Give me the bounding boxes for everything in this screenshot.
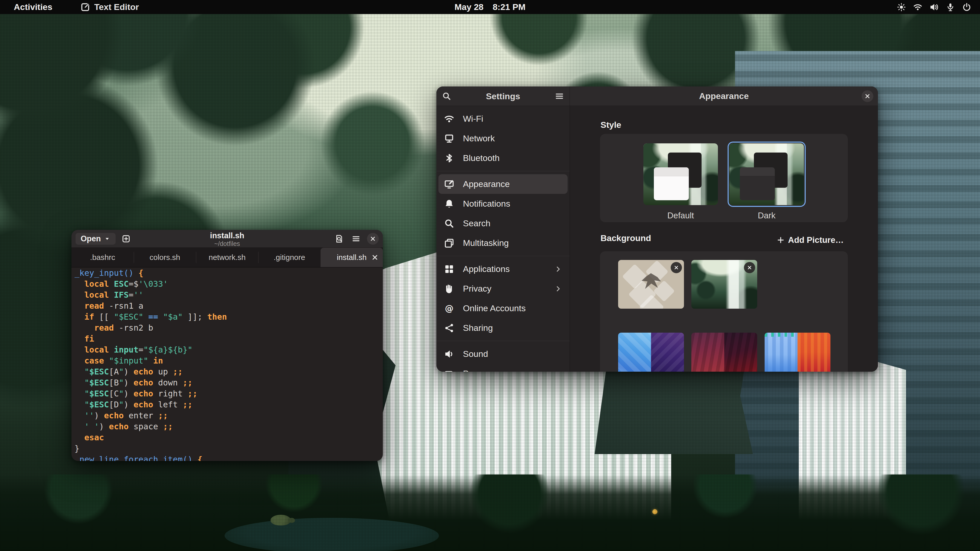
code-token: $ESC xyxy=(89,378,109,387)
code-token: if xyxy=(84,312,94,322)
style-option-default[interactable]: Default xyxy=(643,143,718,221)
wallpaper-light-half xyxy=(691,333,724,372)
code-token: [B xyxy=(109,378,119,387)
close-icon xyxy=(673,265,679,270)
wallpaper-thumbnail[interactable] xyxy=(618,333,684,372)
add-picture-button[interactable]: Add Picture… xyxy=(773,233,847,247)
sidebar-item-applications[interactable]: Applications xyxy=(438,259,568,279)
sidebar-item-sound[interactable]: Sound xyxy=(438,344,568,364)
tab-close-button[interactable] xyxy=(371,254,379,261)
wallpaper-dark-half xyxy=(651,333,684,372)
code-token: ;; xyxy=(158,411,168,421)
chevron-right-icon xyxy=(554,265,562,273)
wallpaper-thumbnail[interactable] xyxy=(765,333,830,372)
close-button[interactable] xyxy=(367,233,379,245)
sidebar-headerbar: Settings xyxy=(436,86,570,106)
appearance-icon xyxy=(444,179,454,189)
style-option-dark[interactable]: Dark xyxy=(729,143,804,221)
close-icon xyxy=(747,265,752,270)
sidebar-item-sharing[interactable]: Sharing xyxy=(438,318,568,338)
code-token xyxy=(75,334,84,344)
open-button[interactable]: Open xyxy=(76,233,116,245)
tab-colors.sh[interactable]: colors.sh xyxy=(134,248,196,267)
code-text-view[interactable]: _key_input() { local ESC=$'\033' local I… xyxy=(75,268,379,461)
code-token: -rsn2 b xyxy=(114,323,153,333)
brightness-icon xyxy=(897,3,906,12)
code-token: "$ESC" xyxy=(114,312,143,322)
wallpaper-light-half xyxy=(765,333,797,372)
new-tab-button[interactable] xyxy=(120,233,132,245)
panel-title: Appearance xyxy=(570,86,878,106)
code-token: "$a" xyxy=(163,312,183,322)
system-status-area[interactable] xyxy=(894,0,974,14)
remove-wallpaper-button[interactable] xyxy=(744,262,755,273)
sidebar-item-network[interactable]: Network xyxy=(438,129,568,148)
sidebar-item-appearance[interactable]: Appearance xyxy=(438,174,568,194)
code-line: "$ESC[D") echo left ;; xyxy=(75,399,379,410)
code-token: $ESC xyxy=(89,367,109,376)
sidebar-item-bluetooth[interactable]: Bluetooth xyxy=(438,148,568,168)
wallpaper-dark-half xyxy=(797,333,830,372)
sidebar-item-search[interactable]: Search xyxy=(438,213,568,233)
sidebar-item-label: Bluetooth xyxy=(463,153,500,163)
code-token: echo xyxy=(134,378,153,387)
code-token: echo xyxy=(109,422,129,431)
document-search-icon xyxy=(335,234,344,243)
wallpaper-thumbnail[interactable] xyxy=(691,333,757,372)
volume-status[interactable] xyxy=(929,3,939,12)
code-token: $ xyxy=(134,279,138,289)
focused-app-indicator[interactable]: Text Editor xyxy=(80,2,139,12)
code-token: input xyxy=(114,345,138,354)
style-section-label: Style xyxy=(600,120,621,130)
wifi-status[interactable] xyxy=(913,3,922,12)
microphone-status[interactable] xyxy=(946,3,955,12)
clock-button[interactable]: May 28 8:21 PM xyxy=(455,0,525,14)
code-token: _new_line_foreach_item() xyxy=(75,454,192,461)
sidebar-item-label: Online Accounts xyxy=(463,303,526,313)
tab-.gitignore[interactable]: .gitignore xyxy=(258,248,321,267)
brightness-status[interactable] xyxy=(897,3,906,12)
code-line: read -rsn2 b xyxy=(75,322,379,333)
code-token xyxy=(158,312,163,322)
wallpaper-thumbnail[interactable] xyxy=(618,260,684,309)
sidebar-item-online-accounts[interactable]: @Online Accounts xyxy=(438,299,568,318)
sidebar-item-wi-fi[interactable]: Wi-Fi xyxy=(438,109,568,129)
code-token xyxy=(148,356,153,365)
tab-install.sh[interactable]: install.sh xyxy=(321,248,383,267)
sidebar-item-notifications[interactable]: Notifications xyxy=(438,194,568,213)
chevron-down-icon xyxy=(104,235,110,242)
style-thumbnail xyxy=(643,143,718,205)
code-token: { xyxy=(197,454,202,461)
code-token: ]]; xyxy=(183,312,207,322)
sidebar-separator xyxy=(436,168,570,174)
activities-button[interactable]: Activities xyxy=(9,0,57,14)
code-line: esac xyxy=(75,432,379,443)
code-token: " xyxy=(119,378,124,387)
sidebar-item-privacy[interactable]: Privacy xyxy=(438,279,568,299)
power-icon xyxy=(444,368,454,372)
document-search-button[interactable] xyxy=(333,233,345,245)
code-token: == xyxy=(148,312,158,322)
code-token: ' ' xyxy=(84,422,99,431)
sidebar-item-label: Power xyxy=(463,368,487,372)
code-token: local xyxy=(84,290,109,300)
wallpaper-thumbnail[interactable] xyxy=(691,260,757,309)
menu-button[interactable] xyxy=(350,233,362,245)
code-token xyxy=(104,356,109,365)
svg-text:@: @ xyxy=(445,303,453,313)
new-tab-icon xyxy=(122,234,130,243)
menu-icon[interactable] xyxy=(555,92,564,101)
remove-wallpaper-button[interactable] xyxy=(671,262,682,273)
tab-network.sh[interactable]: network.sh xyxy=(196,248,258,267)
sidebar-item-multitasking[interactable]: Multitasking xyxy=(438,233,568,253)
tab-.bashrc[interactable]: .bashrc xyxy=(72,248,134,267)
close-button[interactable] xyxy=(862,90,873,102)
code-token: ESC xyxy=(114,279,129,289)
sidebar-item-label: Wi-Fi xyxy=(463,114,483,124)
settings-window: Settings Wi-FiNetworkBluetoothAppearance… xyxy=(436,86,878,372)
wallpaper-light-half xyxy=(618,333,651,372)
sidebar-item-power[interactable]: Power xyxy=(438,364,568,372)
power-button-status[interactable] xyxy=(962,3,971,12)
search-icon xyxy=(444,218,454,229)
style-option-label: Default xyxy=(643,211,718,221)
